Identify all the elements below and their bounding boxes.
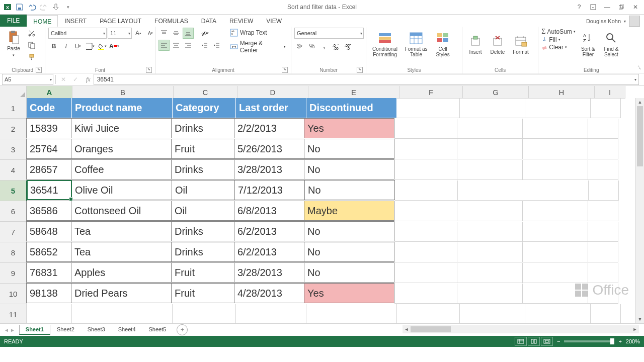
cell-code-5[interactable]: 36541 (27, 180, 72, 200)
horizontal-scrollbar[interactable]: ◄► (403, 325, 639, 333)
cell-category-7[interactable]: Drinks (171, 221, 234, 241)
cell-F2[interactable] (394, 119, 457, 139)
tab-view[interactable]: VIEW (260, 15, 288, 27)
cell-H5[interactable] (523, 180, 589, 201)
conditional-formatting-button[interactable]: Conditional Formatting (369, 28, 400, 61)
zoom-level[interactable]: 200% (626, 338, 640, 344)
row-header-11[interactable]: 11 (0, 304, 27, 323)
name-box[interactable]: A5▾ (2, 74, 53, 85)
font-color-button[interactable]: A▾ (109, 41, 120, 52)
grow-font-icon[interactable]: A▴ (133, 28, 144, 39)
border-button[interactable]: ▾ (85, 41, 96, 52)
cell-G6[interactable] (457, 201, 523, 221)
cell-code-9[interactable]: 76831 (26, 262, 71, 283)
zoom-slider[interactable] (564, 340, 614, 342)
cell-code-3[interactable]: 25764 (26, 139, 71, 159)
decrease-indent-icon[interactable] (199, 40, 210, 51)
tab-review[interactable]: REVIEW (223, 15, 260, 27)
cell-I2[interactable] (588, 119, 618, 139)
bold-button[interactable]: B (48, 41, 59, 52)
select-all-button[interactable] (0, 86, 27, 99)
cell-F4[interactable] (394, 160, 457, 180)
column-header-D[interactable]: D (237, 86, 308, 99)
tab-page-layout[interactable]: PAGE LAYOUT (93, 15, 148, 27)
cell-date-10[interactable]: 4/28/2013 (234, 283, 304, 303)
zoom-out-icon[interactable]: − (557, 338, 560, 344)
sheet-tab-sheet3[interactable]: Sheet3 (81, 325, 112, 335)
number-format-combo[interactable]: General▾ (294, 28, 364, 39)
cell-date-2[interactable]: 2/2/2013 (234, 118, 304, 138)
alignment-dialog-icon[interactable]: ⬊ (282, 67, 288, 73)
cell-name-4[interactable]: Coffee (71, 159, 172, 179)
cell-date-4[interactable]: 3/28/2013 (234, 159, 304, 179)
cell-category-8[interactable]: Drinks (171, 242, 234, 262)
insert-cells-button[interactable]: Insert (465, 28, 486, 61)
cell-code-6[interactable]: 36586 (26, 201, 71, 221)
cell-date-9[interactable]: 3/28/2013 (234, 262, 304, 283)
cell-code-8[interactable]: 58652 (26, 242, 71, 262)
align-right-icon[interactable] (183, 40, 194, 51)
cell-B11[interactable] (72, 304, 173, 323)
cell-G5[interactable] (458, 180, 523, 201)
cell-discontinued-7[interactable]: No (304, 221, 394, 241)
cell-code-2[interactable]: 15839 (26, 118, 71, 138)
collapse-ribbon-icon[interactable]: ㄟ (637, 64, 642, 71)
fill-button[interactable]: Fill▾ (541, 36, 576, 43)
cell-F7[interactable] (394, 222, 457, 242)
delete-cells-button[interactable]: Delete (488, 28, 508, 61)
header-cell-product-name[interactable]: Product name (72, 98, 173, 118)
cell-category-6[interactable]: Oil (171, 201, 234, 221)
underline-button[interactable]: U▾ (72, 41, 84, 52)
normal-view-icon[interactable] (515, 337, 527, 346)
shrink-font-icon[interactable]: A▾ (145, 28, 156, 39)
cell-name-6[interactable]: Cottonseed Oil (71, 201, 172, 221)
align-left-icon[interactable] (158, 40, 170, 51)
tab-home[interactable]: HOME (27, 15, 58, 27)
cell-name-9[interactable]: Apples (71, 262, 172, 283)
header-cell-last-order[interactable]: Last order (236, 98, 306, 118)
row-header-4[interactable]: 4 (0, 160, 27, 180)
row-header-3[interactable]: 3 (0, 139, 27, 160)
touch-mode-icon[interactable] (50, 2, 61, 13)
increase-decimal-icon[interactable]: .0.00 (331, 41, 342, 52)
cell-discontinued-9[interactable]: No (304, 262, 394, 283)
cell-F1[interactable] (397, 98, 460, 118)
help-icon[interactable]: ? (573, 2, 586, 12)
qat-customize-icon[interactable]: ▾ (62, 2, 73, 13)
new-sheet-button[interactable]: + (177, 324, 188, 335)
cell-discontinued-3[interactable]: No (304, 139, 394, 159)
undo-icon[interactable] (26, 2, 37, 13)
format-cells-button[interactable]: Format (510, 28, 532, 61)
column-header-E[interactable]: E (308, 86, 399, 99)
cell-G9[interactable] (457, 263, 523, 283)
cell-G2[interactable] (457, 119, 523, 139)
cell-code-10[interactable]: 98138 (26, 283, 71, 303)
formula-bar[interactable]: 36541▾ (94, 74, 639, 85)
cell-I6[interactable] (588, 201, 618, 221)
close-icon[interactable]: ✕ (629, 2, 642, 12)
cell-date-7[interactable]: 6/2/2013 (234, 221, 304, 241)
comma-format-icon[interactable]: , (318, 41, 330, 52)
cell-E11[interactable] (306, 304, 397, 323)
cell-F11[interactable] (397, 304, 460, 323)
cell-name-3[interactable]: Oranges (71, 139, 172, 159)
maximize-icon[interactable] (615, 2, 628, 12)
sort-filter-button[interactable]: AZSort & Filter (578, 28, 599, 61)
cell-F3[interactable] (394, 139, 457, 159)
cell-H4[interactable] (523, 160, 588, 180)
column-header-F[interactable]: F (399, 86, 463, 99)
cell-A11[interactable] (27, 304, 72, 323)
cell-G3[interactable] (457, 139, 523, 159)
cell-discontinued-6[interactable]: Maybe (304, 201, 394, 221)
format-painter-icon[interactable] (26, 52, 37, 63)
column-header-A[interactable]: A (27, 86, 72, 99)
percent-format-icon[interactable]: % (306, 41, 317, 52)
cell-H2[interactable] (523, 119, 588, 139)
cell-G1[interactable] (460, 98, 525, 118)
align-bottom-icon[interactable] (183, 28, 194, 39)
clear-button[interactable]: Clear▾ (541, 44, 576, 51)
cell-H8[interactable] (523, 242, 588, 262)
number-dialog-icon[interactable]: ⬊ (357, 67, 363, 73)
cell-name-5[interactable]: Olive Oil (71, 180, 172, 200)
cell-name-2[interactable]: Kiwi Juice (71, 118, 172, 138)
